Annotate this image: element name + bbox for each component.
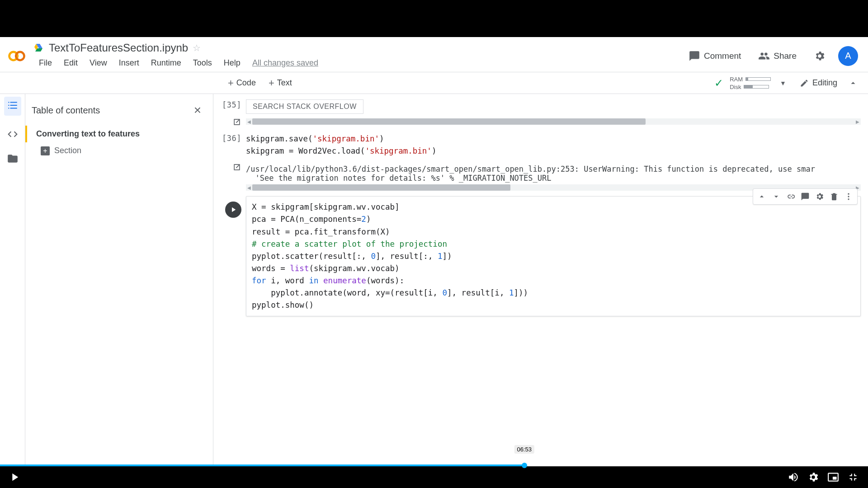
menu-help[interactable]: Help [218,56,246,70]
run-cell-button[interactable] [225,202,241,218]
move-up-icon[interactable] [755,190,769,203]
notebook-title[interactable]: TextToFeaturesSection.ipynb [49,42,188,54]
output-warning: /usr/local/lib/python3.6/dist-packages/s… [246,164,861,183]
collapse-header-icon[interactable] [848,78,858,88]
avatar[interactable]: A [838,46,858,66]
code-active[interactable]: X = skipgram[skipgram.wv.vocab] pca = PC… [252,201,855,311]
drive-icon [33,42,44,53]
colab-app: TextToFeaturesSection.ipynb ☆ File Edit … [0,37,868,480]
hscrollbar-cell35[interactable]: ◀ ▶ [246,118,861,125]
gear-icon [814,50,826,62]
cell-35: [35] SEARCH STACK OVERFLOW ◀ ▶ [221,99,861,128]
menu-insert[interactable]: Insert [113,56,145,70]
share-button[interactable]: Share [754,47,801,65]
plus-square-icon: + [41,146,50,155]
changes-saved[interactable]: All changes saved [247,56,324,70]
star-icon[interactable]: ☆ [193,42,201,53]
time-tooltip: 06:53 [514,445,534,454]
menu-bar: File Edit View Insert Runtime Tools Help… [33,55,684,71]
close-sidebar-icon[interactable]: × [189,101,206,119]
people-icon [758,50,770,62]
settings-button[interactable] [809,47,830,65]
more-cell-icon[interactable] [842,190,855,203]
runtime-menu-caret-icon[interactable]: ▼ [777,80,789,87]
settings-cell-icon[interactable] [813,190,826,203]
toc-icon [7,99,19,111]
toolbar: +Code +Text ✓ RAM Disk ▼ Editing [0,72,868,94]
cell-active[interactable]: X = skipgram[skipgram.wv.vocab] pca = PC… [221,196,861,316]
menu-runtime[interactable]: Runtime [146,56,187,70]
toc-item-converting[interactable]: Converting text to features [25,126,209,142]
progress-played [0,465,524,466]
menu-view[interactable]: View [84,56,113,70]
progress-track[interactable]: 06:53 [0,465,868,466]
video-controls: 06:53 [0,466,868,488]
pip-icon[interactable] [827,471,839,483]
colab-logo[interactable] [5,45,28,67]
comment-icon [689,50,700,62]
scroll-left-icon[interactable]: ◀ [246,184,252,191]
delete-cell-icon[interactable] [827,190,841,203]
letterbox-top [0,0,868,37]
fullscreen-exit-icon[interactable] [847,471,859,483]
toc-add-section[interactable]: + Section [25,142,209,159]
exec-count: [36] [222,134,241,143]
scroll-right-icon[interactable]: ▶ [854,118,861,125]
scroll-left-icon[interactable]: ◀ [246,118,252,125]
add-code-button[interactable]: +Code [222,75,262,91]
menu-file[interactable]: File [33,56,57,70]
plus-icon: + [269,78,274,88]
cell-36[interactable]: [36] skipgram.save('skipgram.bin') skipg… [221,133,861,157]
code-cell36[interactable]: skipgram.save('skipgram.bin') skipgram =… [246,133,861,157]
body: Table of contents × Converting text to f… [0,94,868,480]
resource-indicator[interactable]: RAM Disk [730,76,771,90]
share-label: Share [774,51,797,61]
sidebar: Table of contents × Converting text to f… [25,94,213,480]
main: [35] SEARCH STACK OVERFLOW ◀ ▶ [36] [213,94,868,480]
add-text-button[interactable]: +Text [262,75,298,91]
svg-point-2 [848,193,849,195]
play-icon[interactable] [8,471,21,483]
menu-tools[interactable]: Tools [188,56,217,70]
editing-mode[interactable]: Editing [795,75,842,90]
cell-36-output: /usr/local/lib/python3.6/dist-packages/s… [221,162,861,192]
svg-point-3 [848,196,849,197]
connected-check-icon: ✓ [714,77,723,89]
comment-label: Comment [704,51,741,61]
menu-edit[interactable]: Edit [58,56,83,70]
output-arrow-icon[interactable] [232,117,241,128]
cell-toolbar [753,188,858,205]
exec-count: [35] [222,100,241,109]
sidebar-title: Table of contents [32,105,100,116]
search-stackoverflow-button[interactable]: SEARCH STACK OVERFLOW [246,99,363,114]
files-icon[interactable] [7,153,19,164]
svg-point-4 [848,198,849,200]
toc-rail-button[interactable] [4,97,21,116]
comment-button[interactable]: Comment [684,47,745,65]
comment-cell-icon[interactable] [798,190,812,203]
pencil-icon [800,79,809,88]
scrubber[interactable] [522,463,527,468]
left-rail [0,94,25,480]
header: TextToFeaturesSection.ipynb ☆ File Edit … [0,37,868,72]
volume-icon[interactable] [788,471,799,483]
video-settings-icon[interactable] [807,471,819,483]
move-down-icon[interactable] [769,190,783,203]
link-cell-icon[interactable] [784,190,797,203]
output-arrow-icon[interactable] [232,163,241,174]
plus-icon: + [228,78,234,88]
snippets-icon[interactable] [7,128,19,140]
